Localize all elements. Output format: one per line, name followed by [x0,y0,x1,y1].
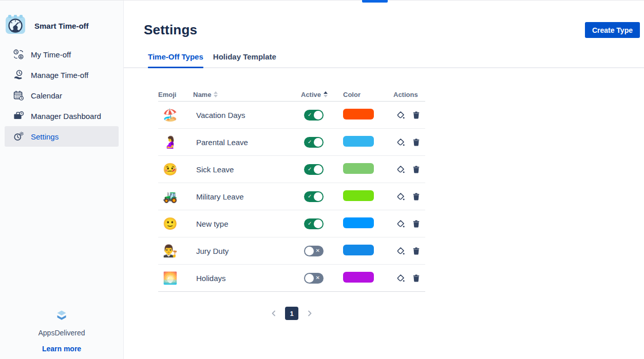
type-emoji: 👨‍⚖️ [163,244,178,257]
fill-color-icon[interactable] [396,165,405,174]
delete-icon[interactable] [412,192,421,201]
app-logo-row: Smart Time-off [0,1,123,37]
active-toggle[interactable]: ✓ [304,137,324,148]
page-number-button[interactable]: 1 [285,307,298,320]
type-name: Parental Leave [193,138,301,147]
active-toggle[interactable]: ✕ [304,246,324,256]
emoji-cell: 👨‍⚖️ [158,245,193,257]
brand-name: AppsDelivered [0,329,123,337]
time-off-types-table: Emoji Name Active Color Actions [158,88,425,292]
app-logo-icon [5,14,26,37]
toggle-state-icon: ✓ [308,221,312,226]
pagination: 1 [158,307,425,320]
table-body: 🏖️ Vacation Days ✓ [158,102,425,292]
table-row: 🏖️ Vacation Days ✓ [158,102,425,129]
color-swatch [343,190,374,201]
learn-more-link[interactable]: Learn more [0,345,123,353]
sidebar-item-manage-timeoff[interactable]: Manage Time-off [0,65,123,85]
type-name: New type [193,220,301,228]
type-emoji: 🚜 [163,190,178,203]
page-title: Settings [144,22,197,38]
fill-color-icon[interactable] [396,247,405,255]
app-title: Smart Time-off [34,22,89,30]
toggle-state-icon: ✕ [316,275,320,281]
tab-bar: Time-Off Types Holiday Template [124,52,644,68]
previous-page-icon[interactable] [270,309,278,317]
active-toggle[interactable]: ✕ [304,273,324,284]
column-header-active[interactable]: Active [301,91,343,98]
color-swatch [343,272,374,283]
sidebar-item-calendar[interactable]: Calendar [0,85,123,106]
emoji-cell: 🙂 [158,218,193,230]
briefcase-clock-icon [13,110,24,122]
emoji-cell: 🏖️ [158,109,193,121]
type-emoji: 🏖️ [163,108,178,122]
type-emoji: 🤰 [163,135,178,149]
column-header-actions: Actions [393,91,425,98]
table-row: 👨‍⚖️ Jury Duty ✕ [158,237,425,265]
emoji-cell: 🌅 [158,272,193,284]
type-emoji: 🌅 [163,271,178,285]
table-row: 🌅 Holidays ✕ [158,265,425,292]
sort-icon-name [214,91,218,97]
delete-icon[interactable] [412,138,421,147]
toggle-knob [314,111,323,119]
fill-color-icon[interactable] [396,274,405,283]
sort-icon-active-ascending [324,91,328,97]
color-swatch [343,109,374,119]
active-toggle[interactable]: ✓ [304,164,324,175]
delete-icon[interactable] [412,274,421,283]
clock-gear-icon [13,131,24,142]
create-type-button[interactable]: Create Type [585,22,640,38]
active-toggle[interactable]: ✓ [304,191,324,202]
delete-icon[interactable] [412,165,421,174]
tab-time-off-types[interactable]: Time-Off Types [148,52,203,67]
sidebar-item-label: My Time-off [31,50,71,59]
table-row: 🤰 Parental Leave ✓ [158,129,425,156]
top-border [0,0,644,1]
sidebar-item-my-timeoff[interactable]: My Time-off [0,44,123,65]
active-cell: ✕ [301,246,343,256]
sidebar-item-label: Manage Time-off [31,71,88,79]
toggle-knob [314,192,323,201]
fill-color-icon[interactable] [396,138,405,147]
toggle-knob [314,138,323,147]
table-row: 🙂 New type ✓ [158,210,425,237]
color-cell [343,272,393,285]
toggle-state-icon: ✓ [308,112,312,117]
sidebar-nav: My Time-off Manage Time-off [0,44,123,147]
sidebar-item-manager-dashboard[interactable]: Manager Dashboard [0,106,123,126]
type-name: Holidays [193,274,301,283]
calendar-clock-icon [13,90,24,101]
toggle-knob [314,220,323,228]
type-name: Jury Duty [193,247,301,255]
person-clock-swap-icon [13,49,24,60]
sidebar-item-label: Settings [31,132,59,141]
fill-color-icon[interactable] [396,220,405,228]
actions-cell [393,165,425,174]
delete-icon[interactable] [412,247,421,255]
color-cell [343,245,393,257]
sidebar-item-settings[interactable]: Settings [5,126,119,147]
active-toggle[interactable]: ✓ [304,218,324,229]
actions-cell [393,247,425,255]
type-name: Military Leave [193,192,301,201]
active-toggle[interactable]: ✓ [304,110,324,121]
color-swatch [343,136,374,147]
delete-icon[interactable] [412,220,421,228]
fill-color-icon[interactable] [396,111,405,119]
color-cell [343,217,393,230]
fill-color-icon[interactable] [396,192,405,201]
color-cell [343,109,393,122]
delete-icon[interactable] [412,111,421,119]
column-header-name[interactable]: Name [193,91,301,98]
column-header-color: Color [343,91,393,98]
type-emoji: 🙂 [163,217,178,230]
table-row: 🤒 Sick Leave ✓ [158,156,425,183]
emoji-cell: 🤰 [158,136,193,148]
color-cell [343,136,393,149]
tab-holiday-template[interactable]: Holiday Template [213,52,276,67]
active-cell: ✓ [301,110,343,121]
sidebar-footer: AppsDelivered Learn more [0,309,123,353]
next-page-icon[interactable] [306,309,314,317]
